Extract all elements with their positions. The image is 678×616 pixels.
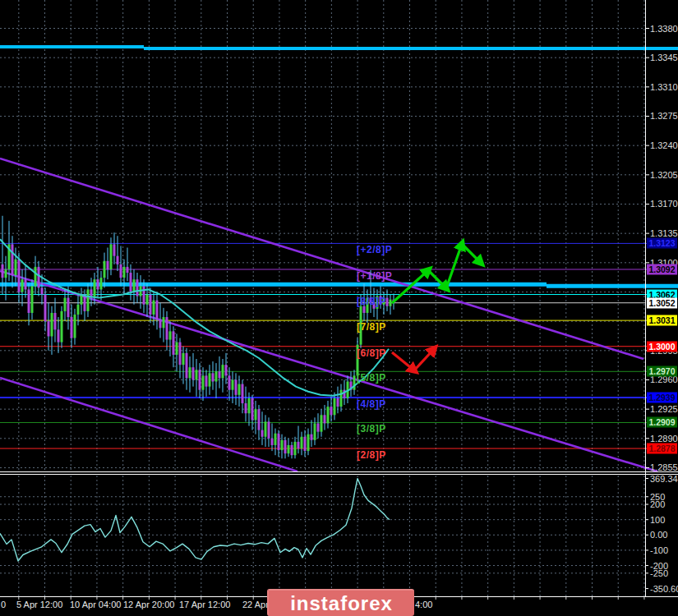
candle-body bbox=[317, 423, 320, 431]
candle-body bbox=[321, 415, 323, 431]
price-level-box: 1.3000 bbox=[647, 341, 677, 352]
murrey-level-label: [6/8]P bbox=[357, 348, 386, 358]
candle-body bbox=[5, 269, 7, 278]
candle-body bbox=[242, 384, 244, 403]
candle-body bbox=[120, 264, 122, 278]
candle-body bbox=[245, 403, 247, 413]
candle-body bbox=[169, 331, 172, 339]
chart-canvas[interactable] bbox=[0, 0, 678, 616]
price-tick-label: 1.2925 bbox=[650, 405, 678, 414]
candle-body bbox=[186, 353, 188, 379]
indicator-scale-label: -100 bbox=[650, 545, 668, 554]
candle-body bbox=[291, 445, 293, 455]
candle-body bbox=[51, 313, 53, 337]
candle-body bbox=[84, 295, 86, 311]
murrey-level-label: [+1/8]P bbox=[357, 271, 392, 281]
price-level-box: 1.2939 bbox=[647, 392, 677, 402]
candle-body bbox=[311, 434, 313, 440]
candles bbox=[2, 216, 395, 459]
time-label: 10 Apr 04:00 bbox=[70, 600, 121, 609]
candle-body bbox=[390, 300, 392, 306]
indicator-scale-label: 0.00 bbox=[650, 531, 667, 540]
price-level-box: 1.3092 bbox=[647, 264, 677, 274]
trend-channel-lines bbox=[0, 159, 657, 471]
candle-body bbox=[156, 301, 159, 319]
candle-body bbox=[61, 311, 63, 342]
candle-body bbox=[248, 398, 251, 413]
candle-body bbox=[41, 287, 44, 294]
bearish-forecast-arrow bbox=[392, 352, 414, 370]
price-level-box: 1.3031 bbox=[647, 315, 677, 326]
candle-body bbox=[281, 440, 284, 450]
candle-body bbox=[386, 298, 389, 306]
murrey-level-label: [5/8]P bbox=[357, 373, 386, 383]
candle-body bbox=[324, 415, 326, 423]
murrey-level-label: [2/8]P bbox=[357, 450, 386, 460]
candle-body bbox=[94, 279, 96, 297]
candle-body bbox=[110, 244, 113, 269]
bullish-forecast-arrow bbox=[462, 244, 481, 263]
candle-body bbox=[265, 421, 267, 436]
indicator-scale-label: 200 bbox=[650, 500, 665, 509]
candle-body bbox=[173, 331, 175, 355]
candle-body bbox=[297, 442, 300, 448]
indicator-scale-label: -350.604 bbox=[650, 584, 678, 593]
candle-body bbox=[327, 407, 330, 423]
candle-body bbox=[314, 423, 316, 439]
price-tick-label: 1.3170 bbox=[650, 200, 678, 209]
candle-body bbox=[113, 244, 116, 255]
candle-body bbox=[238, 384, 241, 395]
candle-body bbox=[222, 365, 224, 378]
candle-body bbox=[117, 256, 119, 264]
murrey-level-label: [8/8]P bbox=[357, 297, 386, 306]
bearish-forecast-arrow bbox=[414, 349, 434, 370]
candle-body bbox=[97, 279, 99, 289]
candle-body bbox=[133, 279, 136, 292]
candle-body bbox=[28, 289, 30, 313]
candle-body bbox=[212, 373, 214, 381]
candle-body bbox=[274, 434, 277, 445]
murrey-level-label: [4/8]P bbox=[357, 399, 386, 409]
time-label: 5 Apr 12:00 bbox=[16, 600, 62, 609]
candle-body bbox=[307, 434, 310, 451]
price-tick-label: 1.2890 bbox=[650, 434, 678, 443]
candle-body bbox=[255, 409, 257, 420]
price-level-box: 1.2909 bbox=[647, 417, 677, 428]
murrey-level-label: [3/8]P bbox=[357, 424, 386, 434]
time-label: 17 Apr 12:00 bbox=[179, 600, 230, 609]
candle-body bbox=[271, 439, 274, 445]
candle-body bbox=[64, 298, 67, 311]
bullish-forecast-arrow bbox=[446, 244, 462, 288]
candle-body bbox=[18, 260, 21, 292]
candle-body bbox=[228, 375, 231, 389]
candle-body bbox=[278, 434, 280, 450]
price-tick-label: 1.3310 bbox=[650, 82, 678, 91]
indicator-scale-label: -250 bbox=[650, 568, 668, 577]
candle-body bbox=[166, 317, 168, 340]
candle-body bbox=[58, 329, 60, 342]
candle-body bbox=[192, 367, 195, 379]
mt4-chart-window: 1.33801.33451.33101.32751.32401.32051.31… bbox=[0, 0, 678, 616]
candle-body bbox=[31, 286, 34, 313]
candle-body bbox=[100, 278, 103, 289]
candle-body bbox=[77, 305, 80, 315]
candle-body bbox=[258, 409, 261, 430]
time-label: 0 bbox=[1, 600, 6, 609]
candle-body bbox=[304, 437, 307, 451]
price-tick-label: 1.3380 bbox=[650, 24, 678, 33]
candle-body bbox=[353, 375, 356, 389]
candle-body bbox=[189, 367, 191, 378]
price-tick-label: 1.3345 bbox=[650, 53, 678, 62]
candle-body bbox=[288, 445, 290, 453]
candle-body bbox=[334, 398, 336, 415]
price-level-box: 1.2878 bbox=[647, 444, 677, 454]
candle-body bbox=[199, 370, 201, 389]
price-tick-label: 1.3275 bbox=[650, 112, 678, 121]
candle-body bbox=[15, 260, 17, 275]
candle-body bbox=[35, 267, 37, 286]
price-level-box: 1.3052 bbox=[647, 297, 677, 308]
price-level-box: 1.3123 bbox=[647, 238, 677, 249]
candle-body bbox=[71, 317, 73, 338]
panel-borders bbox=[0, 0, 678, 600]
candle-body bbox=[146, 295, 149, 305]
